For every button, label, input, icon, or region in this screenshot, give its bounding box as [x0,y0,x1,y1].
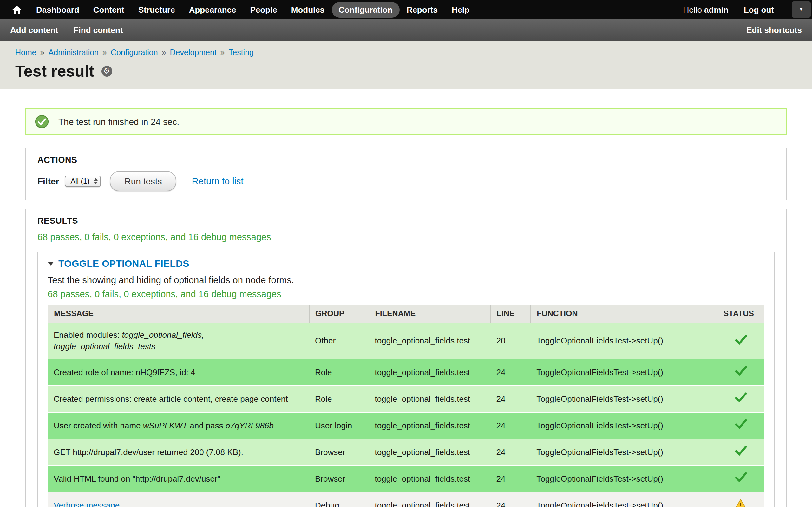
cell-filename: toggle_optional_fields.test [369,465,490,492]
cell-group: Role [309,359,369,386]
cell-message: User created with name wSuPLKWT and pass… [48,412,309,439]
table-row: User created with name wSuPLKWT and pass… [48,412,764,439]
return-to-list-link[interactable]: Return to list [192,176,244,186]
cell-message: Verbose message [48,492,309,507]
status-message-text: The test run finished in 24 sec. [58,117,179,127]
actions-row: Filter All (1) Run tests Return to list [38,172,774,191]
cell-filename: toggle_optional_fields.test [369,323,490,359]
cell-group: Other [309,323,369,359]
cell-function: ToggleOptionalFieldsTest->setUp() [531,465,717,492]
cell-line: 24 [491,386,531,412]
test-group-description: Test the showing and hiding of optional … [48,274,764,286]
cell-status [717,412,764,439]
status-ok-icon [35,115,49,129]
cell-line: 20 [491,323,531,359]
breadcrumb-separator: » [162,48,166,57]
admin-menu-item-appearance[interactable]: Appearance [182,2,243,17]
admin-menu-item-reports[interactable]: Reports [400,2,445,17]
greeting-text: Hello admin [683,5,728,14]
admin-menu-item-dashboard[interactable]: Dashboard [29,2,86,17]
column-header-group: GROUP [309,305,369,323]
table-row: Created role of name: nHQ9fFZS, id: 4Rol… [48,359,764,386]
admin-toolbar-right: Hello admin Log out ▼ [683,1,812,18]
cell-message: Created permissions: create article cont… [48,386,309,412]
cell-function: ToggleOptionalFieldsTest->setUp() [531,359,717,386]
pass-check-icon [734,419,747,429]
logout-link[interactable]: Log out [744,5,774,14]
column-header-filename: FILENAME [369,305,490,323]
table-row: Created permissions: create article cont… [48,386,764,412]
cell-status: ! [717,492,764,507]
column-header-status: STATUS [717,305,764,323]
breadcrumb-separator: » [220,48,225,57]
admin-menu: DashboardContentStructureAppearancePeopl… [29,2,476,17]
run-tests-button[interactable]: Run tests [110,171,177,191]
cell-line: 24 [491,412,531,439]
results-table: MESSAGEGROUPFILENAMELINEFUNCTIONSTATUS E… [48,305,764,507]
cell-message: Created role of name: nHQ9fFZS, id: 4 [48,359,309,386]
home-icon[interactable] [6,5,27,14]
admin-menu-item-structure[interactable]: Structure [131,2,182,17]
message-text: Valid HTML found on "http://drupal7.dev/… [54,474,220,483]
filter-label: Filter [38,176,59,186]
message-emphasis: o7qYRL986b [225,420,274,430]
breadcrumb-separator: » [102,48,107,57]
column-header-line: LINE [491,305,531,323]
shortcut-add-content[interactable]: Add content [10,25,58,35]
admin-menu-item-configuration[interactable]: Configuration [332,2,399,17]
message-text: GET http://drupal7.dev/user returned 200… [54,447,243,457]
admin-menu-item-content[interactable]: Content [86,2,131,17]
cell-line: 24 [491,465,531,492]
results-table-body: Enabled modules: toggle_optional_fields,… [48,323,764,507]
pass-check-icon [734,334,747,344]
shortcut-bar: Add contentFind content Edit shortcuts [0,19,812,41]
results-legend: RESULTS [38,216,774,226]
cell-group: Role [309,386,369,412]
breadcrumb-link-development[interactable]: Development [170,48,217,57]
actions-legend: ACTIONS [38,155,774,165]
username: admin [704,5,728,14]
cell-function: ToggleOptionalFieldsTest->setUp() [531,323,717,359]
cell-group: Debug [309,492,369,507]
cell-filename: toggle_optional_fields.test [369,492,490,507]
breadcrumb-link-home[interactable]: Home [15,48,37,57]
test-group-title-row: TOGGLE OPTIONAL FIELDS [48,257,764,269]
breadcrumb-link-configuration[interactable]: Configuration [111,48,158,57]
pass-check-icon [734,366,747,376]
cell-function: ToggleOptionalFieldsTest->setUp() [531,439,717,465]
cell-filename: toggle_optional_fields.test [369,439,490,465]
breadcrumb: Home»Administration»Configuration»Develo… [15,48,797,58]
select-stepper-icon [94,178,98,184]
test-group-title-link[interactable]: TOGGLE OPTIONAL FIELDS [58,257,189,269]
admin-toolbar: DashboardContentStructureAppearancePeopl… [0,0,812,19]
results-table-head: MESSAGEGROUPFILENAMELINEFUNCTIONSTATUS [48,305,764,323]
message-text: Created permissions: create article cont… [54,394,288,403]
results-summary: 68 passes, 0 fails, 0 exceptions, and 16… [38,231,774,243]
breadcrumb-separator: » [40,48,45,57]
results-table-head-row: MESSAGEGROUPFILENAMELINEFUNCTIONSTATUS [48,305,764,323]
status-message: The test run finished in 24 sec. [26,108,786,135]
collapse-triangle-icon [48,262,54,265]
cell-line: 24 [491,439,531,465]
cell-status [717,465,764,492]
breadcrumb-link-administration[interactable]: Administration [49,48,99,57]
admin-menu-item-help[interactable]: Help [445,2,476,17]
filter-select-value: All (1) [70,177,90,185]
cell-function: ToggleOptionalFieldsTest->setUp() [531,412,717,439]
shortcut-find-content[interactable]: Find content [73,25,123,35]
breadcrumb-link-testing[interactable]: Testing [229,48,254,57]
admin-menu-item-people[interactable]: People [243,2,284,17]
page-title: Test result [15,62,94,80]
contextual-gear-icon[interactable]: ⚙ [101,66,112,76]
cell-group: User login [309,412,369,439]
content-area: The test run finished in 24 sec. ACTIONS… [0,108,812,507]
cell-message: GET http://drupal7.dev/user returned 200… [48,439,309,465]
edit-shortcuts-link[interactable]: Edit shortcuts [746,25,802,35]
filter-select[interactable]: All (1) [65,176,101,187]
pass-check-icon [734,472,747,482]
toolbar-toggle-button[interactable]: ▼ [792,1,811,18]
cell-message: Valid HTML found on "http://drupal7.dev/… [48,465,309,492]
verbose-message-link[interactable]: Verbose message [54,501,119,507]
message-emphasis: wSuPLKWT [143,420,188,430]
admin-menu-item-modules[interactable]: Modules [284,2,332,17]
